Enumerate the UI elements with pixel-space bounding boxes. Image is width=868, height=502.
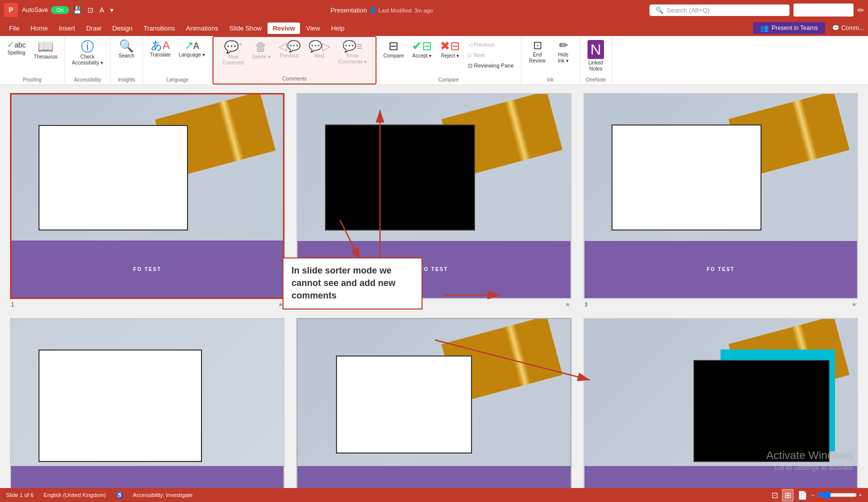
menu-review[interactable]: Review: [268, 22, 300, 34]
accept-label: Accept ▾: [412, 53, 432, 59]
slide-purple-4: FO TI: [11, 466, 284, 488]
dropdown-icon[interactable]: ▾: [110, 6, 114, 14]
menu-view[interactable]: View: [301, 22, 325, 34]
menu-help[interactable]: Help: [326, 22, 350, 34]
compare-small-items: ◁ Previous ▷ Next ⊡ Reviewing Pane: [465, 38, 517, 70]
reviewing-pane-button[interactable]: ⊡ Reviewing Pane: [465, 61, 517, 70]
end-review-button[interactable]: ⊡ EndReview: [526, 38, 550, 66]
accessibility-label: CheckAccessibility ▾: [72, 54, 103, 66]
slide-thumb-5[interactable]: F 5 ★: [296, 318, 571, 488]
reject-button[interactable]: ✖⊟ Reject ▾: [437, 38, 463, 61]
slide-title-3: FO TEST: [706, 266, 734, 272]
slide-content-box-4: [38, 350, 202, 462]
new-comment-button[interactable]: 💬+ NewComment: [220, 39, 247, 68]
previous-review-button[interactable]: ◁ Previous: [465, 40, 517, 50]
hide-ink-icon: ✏: [559, 40, 568, 51]
slide-purple-5: F: [298, 466, 570, 488]
search-placeholder: Search (Alt+Q): [666, 6, 710, 14]
next-comment-button[interactable]: 💬▷ Next: [306, 39, 334, 61]
pen-icon[interactable]: ✏: [858, 6, 864, 15]
filename: Presentation: [330, 6, 367, 14]
coauthor-icon: 👤: [369, 6, 379, 14]
previous-comment-button[interactable]: ◁💬 Previous: [276, 39, 304, 61]
accessibility-icon-status: ♿: [116, 492, 123, 498]
slide-thumb-6[interactable]: FO TEST 6 ★: [584, 318, 858, 488]
linked-notes-button[interactable]: N LinkedNotes: [584, 38, 608, 74]
menu-animations[interactable]: Animations: [181, 22, 223, 34]
zoom-minus-icon[interactable]: −: [812, 492, 814, 498]
slide-sorter-button[interactable]: ⊞: [782, 489, 794, 502]
slide-thumb-4[interactable]: FO TI 4 ★: [10, 318, 284, 488]
slide-title-2: FO TEST: [420, 266, 448, 272]
slide-purple-3: FO TEST: [584, 241, 857, 298]
normal-view-button[interactable]: ⊡: [770, 490, 780, 501]
search-ribbon-icon: 🔍: [119, 40, 134, 52]
zoom-plus-icon[interactable]: +: [859, 492, 862, 498]
language-group-label: Language: [166, 75, 189, 82]
ink-items: ⊡ EndReview ✏ HideInk ▾: [526, 38, 576, 74]
menu-design[interactable]: Design: [108, 22, 138, 34]
accept-button[interactable]: ✔⊟ Accept ▾: [409, 38, 435, 61]
slide-purple-1: FO TEST: [12, 240, 283, 298]
slide-thumb-3[interactable]: FO TEST 3 ★: [584, 93, 858, 308]
slide-image-2: FO TEST: [296, 93, 571, 299]
slide-bg-4: FO TI: [11, 319, 284, 488]
search-button[interactable]: 🔍 Search: [114, 38, 138, 61]
show-comments-icon: 💬≡: [342, 41, 362, 52]
compare-group-label: Compare: [438, 75, 459, 82]
show-comments-button[interactable]: 💬≡ ShowComments ▾: [336, 39, 370, 67]
comment-button[interactable]: 💬 Comm...: [832, 24, 864, 32]
menu-file[interactable]: File: [4, 22, 24, 34]
insights-items: 🔍 Search: [114, 38, 138, 74]
spelling-label: Spelling: [8, 50, 26, 56]
zoom-slider[interactable]: [817, 491, 857, 499]
proofing-label: Proofing: [23, 75, 42, 82]
autosave-label: AutoSave: [22, 6, 48, 14]
last-modified: Last Modified: 3m ago: [378, 8, 432, 14]
menu-draw[interactable]: Draw: [81, 22, 106, 34]
menu-transitions[interactable]: Transitions: [138, 22, 180, 34]
reading-view-button[interactable]: 📄: [796, 490, 810, 501]
slide-thumb-2[interactable]: FO TEST 2 ★: [296, 93, 571, 308]
search-bar[interactable]: 🔍 Search (Alt+Q): [650, 4, 790, 16]
show-comments-label: ShowComments ▾: [338, 53, 366, 65]
next-review-button[interactable]: ▷ Next: [465, 50, 517, 60]
slide-bg-2: FO TEST: [298, 94, 570, 298]
hide-ink-button[interactable]: ✏ HideInk ▾: [552, 38, 576, 66]
quick-access-toolbar: 💾 ⊡ A ▾: [73, 6, 114, 14]
slide-image-1: FO TEST: [10, 93, 284, 299]
save-icon[interactable]: 💾: [73, 6, 82, 14]
ink-group-label: Ink: [547, 75, 554, 82]
ribbon-group-ink: ⊡ EndReview ✏ HideInk ▾ Ink: [522, 36, 580, 84]
slide-star-1: ★: [278, 301, 284, 308]
slide-view-icon[interactable]: ⊡: [88, 6, 94, 14]
new-comment-label: NewComment: [222, 54, 244, 66]
delete-button[interactable]: 🗑 Delete ▾: [249, 39, 274, 62]
language-items: あA Translate ↗A Language ▾: [147, 38, 208, 74]
menu-home[interactable]: Home: [26, 22, 53, 34]
slide-black-box-6: [694, 360, 830, 462]
compare-button[interactable]: ⊟ Compare: [380, 38, 407, 61]
spelling-button[interactable]: ✓abc Spelling: [4, 38, 29, 58]
translate-button[interactable]: あA Translate: [147, 38, 174, 60]
language-button[interactable]: ↗A Language ▾: [176, 38, 208, 60]
user-avatar-area: [794, 4, 854, 16]
slide-thumb-1[interactable]: FO TEST 1 ★: [10, 93, 284, 308]
title-bar-right: ✏: [794, 4, 864, 16]
thesaurus-button[interactable]: 📖 Thesaurus: [31, 38, 60, 62]
end-review-label: EndReview: [529, 52, 546, 64]
title-bar: P AutoSave On 💾 ⊡ A ▾ Presentation 👤 Las…: [0, 0, 868, 20]
previous-comment-icon: ◁💬: [278, 41, 300, 52]
onenote-items: N LinkedNotes: [584, 38, 608, 74]
autosave-toggle[interactable]: On: [51, 6, 69, 14]
text-icon[interactable]: A: [100, 6, 104, 14]
menu-slideshow[interactable]: Slide Show: [224, 22, 266, 34]
accept-icon: ✔⊟: [412, 40, 432, 52]
check-accessibility-button[interactable]: ⓘ CheckAccessibility ▾: [69, 38, 106, 68]
menu-insert[interactable]: Insert: [54, 22, 80, 34]
menu-right: 👥 Present in Teams: [753, 22, 825, 34]
slide-title-1: FO TEST: [134, 266, 162, 272]
comments-items: 💬+ NewComment 🗑 Delete ▾ ◁💬 Previous 💬▷ …: [220, 39, 370, 73]
autosave-area: AutoSave On: [22, 6, 69, 14]
present-teams-button[interactable]: 👥 Present in Teams: [753, 22, 825, 34]
